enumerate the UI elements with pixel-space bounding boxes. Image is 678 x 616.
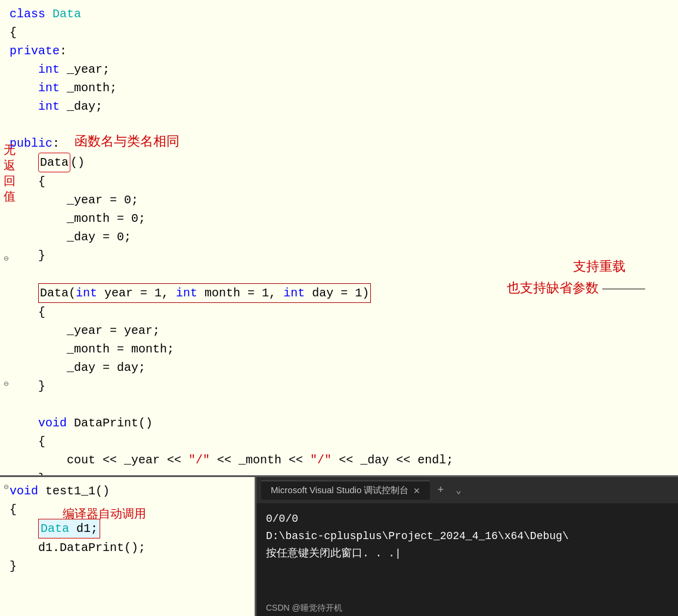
- vs-tab-arrow-button[interactable]: ⌄: [451, 482, 466, 499]
- wu-char: 无: [4, 142, 16, 157]
- console-output-3: 按任意键关闭此窗口. . .|: [266, 545, 668, 562]
- vs-footer: CSDN @睡觉待开机: [256, 600, 678, 616]
- hui-char: 回: [4, 173, 16, 188]
- collapse-icon-1[interactable]: ⊖: [4, 253, 8, 264]
- annotation-overload: 支持重载: [573, 258, 626, 276]
- code-block-bottom: void test1_1() { Data d1; d1.DataPrint()…: [0, 477, 255, 580]
- collapse-icon-2[interactable]: ⊖: [4, 379, 8, 389]
- vs-console-panel: Microsoft Visual Studio 调试控制台 ✕ + ⌄ 0/0/…: [256, 477, 678, 616]
- vs-tab-bar: Microsoft Visual Studio 调试控制台 ✕ + ⌄: [256, 477, 678, 503]
- console-output-1: 0/0/0: [266, 510, 668, 528]
- fan-char: 返: [4, 157, 16, 173]
- annotation-wu-fanhui: 无 返 回 值: [1, 142, 18, 204]
- zhi-char: 值: [4, 188, 16, 204]
- vs-tab-title: Microsoft Visual Studio 调试控制台: [271, 485, 408, 496]
- vs-tab-close-button[interactable]: ✕: [413, 486, 420, 496]
- console-output-2: D:\basic-cplusplus\Project_2024_4_16\x64…: [266, 528, 668, 545]
- collapse-icon-3[interactable]: ⊖: [4, 482, 8, 492]
- arrow-right: ————: [602, 282, 645, 295]
- code-block-top: class Data { private: int _year; int _mo…: [0, 0, 678, 477]
- code-area-bottom: void test1_1() { Data d1; d1.DataPrint()…: [0, 477, 678, 616]
- annotation-default-param: 也支持缺省参数 ————: [507, 279, 645, 297]
- code-area-top: class Data { private: int _year; int _mo…: [0, 0, 678, 477]
- vs-tab-plus-button[interactable]: +: [432, 482, 448, 499]
- annotation-function-name: 函数名与类名相同: [75, 132, 179, 150]
- main-container: class Data { private: int _year; int _mo…: [0, 0, 678, 616]
- bottom-left-code: void test1_1() { Data d1; d1.DataPrint()…: [0, 477, 256, 616]
- vs-tab[interactable]: Microsoft Visual Studio 调试控制台 ✕: [261, 481, 430, 500]
- annotation-compiler: 编译器自动调用: [63, 506, 146, 522]
- vs-console-content: 0/0/0 D:\basic-cplusplus\Project_2024_4_…: [256, 503, 678, 600]
- vs-brand: CSDN @睡觉待开机: [266, 603, 342, 614]
